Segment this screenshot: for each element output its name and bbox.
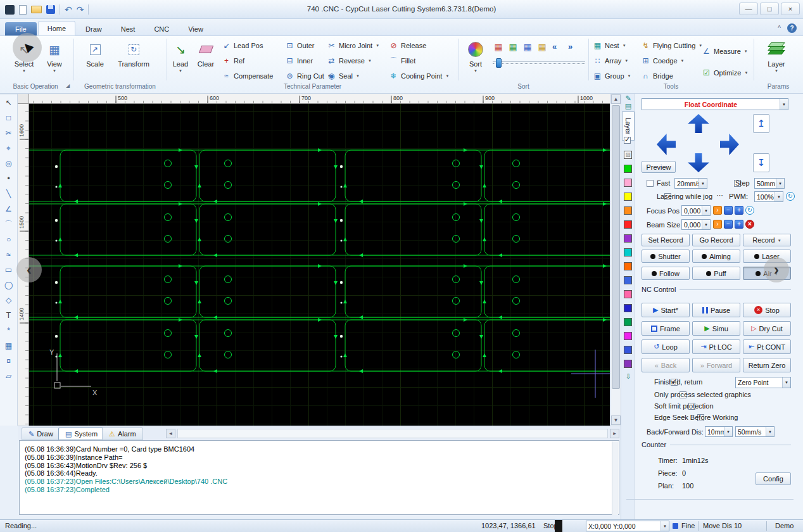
- record-button[interactable]: Record▼: [743, 234, 791, 246]
- nest-button[interactable]: ▦Nest▼: [593, 39, 631, 52]
- coordinate-mode-select[interactable]: Float Coordinate▼: [642, 98, 788, 110]
- sort-snake-icon[interactable]: ▦: [536, 41, 548, 53]
- release-button[interactable]: ⊘Release: [389, 39, 449, 52]
- sort-inner-first-icon[interactable]: ▦: [522, 41, 533, 53]
- measure-button[interactable]: ∠Measure▼: [702, 45, 748, 58]
- back-forward-dist-select[interactable]: 10mm▼: [705, 426, 733, 437]
- pause-button[interactable]: Pause: [692, 303, 740, 317]
- more-dots-button[interactable]: ···: [716, 191, 723, 199]
- frame-button[interactable]: Frame: [642, 321, 690, 336]
- polygon-tool-icon[interactable]: ◇: [3, 295, 15, 306]
- follow-button[interactable]: Follow: [642, 267, 690, 280]
- focus-plus-button[interactable]: +: [735, 206, 743, 215]
- point-tool-icon[interactable]: •: [3, 174, 15, 184]
- layer-color-none[interactable]: ▨: [624, 151, 632, 159]
- array-button[interactable]: ∷Array▼: [593, 54, 631, 67]
- overlay-next-arrow[interactable]: ›: [764, 257, 789, 282]
- group-button[interactable]: ▣Group▼: [593, 70, 631, 82]
- scroll-left-icon[interactable]: ◂: [166, 429, 175, 438]
- ring-cut-button[interactable]: ⊚Ring Cut▼: [285, 70, 331, 82]
- flying-cutting-button[interactable]: ↯Flying Cutting▼: [641, 39, 702, 52]
- tab-view[interactable]: View: [179, 22, 212, 35]
- layer-color-8[interactable]: [624, 262, 632, 270]
- horizontal-scrollbar[interactable]: [177, 429, 608, 438]
- beam-size-input[interactable]: 0,000▼: [681, 219, 711, 230]
- vertical-scroll-thumb[interactable]: [612, 105, 620, 389]
- set-record-button[interactable]: Set Record: [642, 234, 690, 246]
- jog-right-button[interactable]: [720, 134, 742, 155]
- simu-button[interactable]: ▶Simu: [692, 321, 740, 336]
- pt-cont-button[interactable]: ⇤Pt CONT: [743, 339, 791, 354]
- layer-color-1[interactable]: [624, 165, 632, 173]
- tab-home[interactable]: Home: [38, 21, 75, 35]
- layer-color-5[interactable]: [624, 220, 632, 229]
- focus-go-button[interactable]: ›: [713, 206, 722, 215]
- layer-color-7[interactable]: [624, 248, 632, 256]
- scroll-right-icon[interactable]: ▸: [610, 429, 619, 438]
- view-button[interactable]: ▦ View▼: [41, 37, 68, 80]
- layer-color-12[interactable]: [624, 318, 632, 326]
- focus-minus-button[interactable]: −: [724, 206, 733, 215]
- sort-prev-icon[interactable]: «: [552, 42, 557, 51]
- sort-button[interactable]: Sort▼: [462, 37, 489, 80]
- fast-speed-select[interactable]: 20mm/s▼: [674, 178, 707, 189]
- layer-color-9[interactable]: [624, 276, 632, 284]
- tab-system-view[interactable]: ▤ System: [58, 428, 104, 440]
- layer-list-icon[interactable]: ▤: [624, 102, 633, 110]
- beam-go-button[interactable]: ›: [713, 220, 722, 229]
- seal-button[interactable]: ◉Seal▼: [327, 70, 379, 82]
- tab-draw[interactable]: Draw: [77, 22, 111, 35]
- select-tool-icon[interactable]: ↖: [3, 98, 15, 108]
- maximize-button[interactable]: □: [760, 3, 779, 15]
- layer-color-13[interactable]: [624, 332, 632, 340]
- trim-tool-icon[interactable]: ✂: [3, 128, 15, 139]
- back-forward-speed-select[interactable]: 50mm/s▼: [735, 426, 775, 437]
- minimize-button[interactable]: —: [739, 3, 758, 15]
- star-tool-icon[interactable]: *: [3, 326, 15, 336]
- scroll-up-icon[interactable]: ▲: [611, 94, 621, 104]
- dry-cut-button[interactable]: ▷Dry Cut: [743, 321, 791, 336]
- focus-refresh-icon[interactable]: ↻: [745, 206, 754, 215]
- zoom-tool-icon[interactable]: ◎: [3, 158, 15, 169]
- z-up-button[interactable]: ↥: [753, 114, 769, 133]
- inner-button[interactable]: ⊟Inner: [285, 54, 331, 67]
- lead-pos-button[interactable]: ↙Lead Pos: [222, 39, 273, 52]
- sort-auto-icon[interactable]: ▦: [493, 41, 504, 53]
- text-tool-icon[interactable]: T: [3, 310, 15, 321]
- reverse-button[interactable]: ⇄Reverse▼: [327, 54, 379, 67]
- config-button[interactable]: Config: [756, 472, 791, 485]
- dialog-launcher-icon[interactable]: ◢: [66, 83, 70, 89]
- go-record-button[interactable]: Go Record: [692, 234, 740, 246]
- layer-color-3[interactable]: [624, 193, 632, 201]
- fast-checkbox[interactable]: [647, 180, 654, 187]
- sheet-tool-icon[interactable]: ▱: [3, 371, 15, 382]
- tab-cnc[interactable]: CNC: [145, 22, 178, 35]
- layer-button[interactable]: Layer▼: [760, 37, 793, 80]
- layer-color-11[interactable]: [624, 304, 632, 312]
- z-down-button[interactable]: ↧: [753, 153, 769, 172]
- close-button[interactable]: ×: [781, 3, 800, 15]
- puff-button[interactable]: Puff: [692, 267, 740, 280]
- aiming-button[interactable]: Aiming: [692, 250, 740, 263]
- loop-button[interactable]: ↺Loop: [642, 339, 690, 354]
- shutter-button[interactable]: Shutter: [642, 250, 690, 263]
- overlay-prev-arrow[interactable]: ‹: [16, 257, 42, 282]
- layer-color-2[interactable]: [624, 179, 632, 187]
- ellipse-tool-icon[interactable]: ◯: [3, 280, 15, 291]
- spline-tool-icon[interactable]: ≈: [3, 250, 15, 260]
- pwm-refresh-icon[interactable]: ↻: [786, 192, 795, 201]
- jog-down-button[interactable]: [688, 153, 709, 175]
- start-button[interactable]: ▶Start*: [642, 303, 690, 317]
- cooling-point-button[interactable]: ❄Cooling Point▼: [389, 70, 449, 82]
- polyline-tool-icon[interactable]: ∠: [3, 204, 15, 215]
- preview-button[interactable]: Preview: [642, 161, 676, 173]
- layer-color-10[interactable]: [624, 290, 632, 298]
- sort-grid-icon[interactable]: ▦: [507, 41, 519, 53]
- tools-tool-icon[interactable]: ¤: [3, 356, 15, 367]
- pan-tool-icon[interactable]: ⌖: [3, 143, 15, 154]
- bridge-button[interactable]: ∩Bridge: [641, 70, 702, 82]
- tab-nest[interactable]: Nest: [112, 22, 144, 35]
- transform-button[interactable]: ↻ Transform: [114, 37, 153, 80]
- line-tool-icon[interactable]: ╲: [3, 189, 15, 200]
- back-button[interactable]: «Back: [642, 358, 690, 372]
